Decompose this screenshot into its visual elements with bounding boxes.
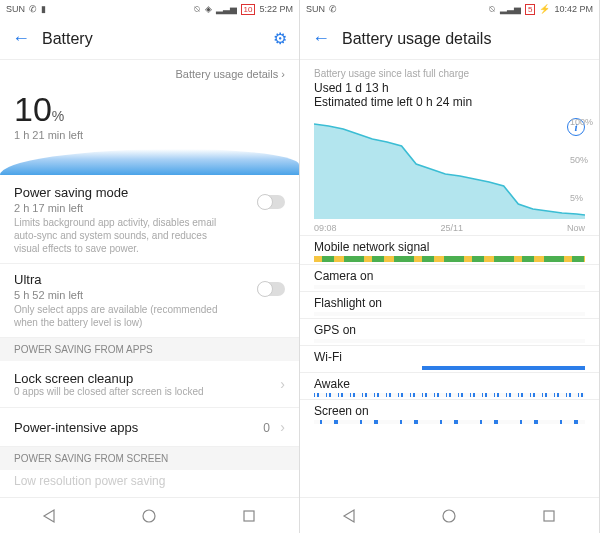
ultra-desc: Only select apps are available (recommen… — [14, 303, 234, 329]
timeline-bar — [314, 393, 585, 397]
timeline-camera[interactable]: Camera on — [300, 265, 599, 289]
lock-cleanup-title: Lock screen cleanup — [14, 371, 204, 386]
battery-details-link[interactable]: Battery usage details › — [0, 60, 299, 86]
percent-symbol: % — [52, 108, 64, 124]
ytick: 50% — [570, 155, 593, 165]
timeline-label: Flashlight on — [314, 296, 585, 310]
clock-label: 5:22 PM — [259, 4, 293, 14]
svg-point-1 — [143, 510, 155, 522]
lock-cleanup-row[interactable]: Lock screen cleanup 0 apps will be close… — [0, 361, 299, 408]
nav-bar — [300, 497, 599, 533]
status-bar: SUN ✆ ⦰ ▂▃▅ 5 ⚡ 10:42 PM — [300, 0, 599, 18]
percent-value: 10 — [14, 90, 52, 128]
time-left-label: 1 h 21 min left — [0, 129, 299, 149]
nav-home-icon[interactable] — [140, 507, 158, 525]
ultra-toggle[interactable] — [257, 282, 285, 296]
phone-icon: ✆ — [29, 4, 37, 14]
battery-pct-icon: 10 — [241, 4, 256, 15]
phone-icon: ✆ — [329, 4, 337, 14]
page-title: Battery usage details — [342, 30, 587, 48]
content-area: Battery usage details › 10% 1 h 21 min l… — [0, 60, 299, 497]
chart-x-ticks: 09:08 25/11 Now — [300, 223, 599, 233]
power-intensive-value: 0 — [263, 421, 270, 435]
timeline-label: GPS on — [314, 323, 585, 337]
battery-pct-icon: 5 — [525, 4, 535, 15]
xtick: Now — [567, 223, 585, 233]
carrier-label: SUN — [6, 4, 25, 14]
power-intensive-title: Power-intensive apps — [14, 420, 138, 435]
timeline-label: Screen on — [314, 404, 585, 418]
battery-screen: SUN ✆ ▮ ⦰ ◈ ▂▃▅ 10 5:22 PM ← Battery ⚙ B… — [0, 0, 300, 533]
timeline-mobile[interactable]: Mobile network signal — [300, 236, 599, 262]
power-saving-toggle[interactable] — [257, 195, 285, 209]
chevron-right-icon: › — [280, 376, 285, 392]
svg-marker-4 — [344, 510, 354, 522]
app-header: ← Battery ⚙ — [0, 18, 299, 60]
no-icon: ⦰ — [194, 4, 201, 15]
nav-recent-icon[interactable] — [540, 507, 558, 525]
svg-marker-3 — [314, 124, 585, 219]
usage-since-label: Battery usage since last full charge — [314, 68, 585, 79]
power-saving-sub: 2 h 17 min left — [14, 202, 285, 214]
timeline-flashlight[interactable]: Flashlight on — [300, 292, 599, 316]
section-apps-header: POWER SAVING FROM APPS — [0, 338, 299, 361]
xtick: 09:08 — [314, 223, 337, 233]
svg-point-5 — [443, 510, 455, 522]
wifi-icon: ◈ — [205, 4, 212, 14]
power-saving-title: Power saving mode — [14, 185, 285, 200]
usage-summary: Battery usage since last full charge Use… — [300, 60, 599, 113]
battery-graph-svg — [314, 119, 585, 219]
timeline-label: Mobile network signal — [314, 240, 585, 254]
section-screen-header: POWER SAVING FROM SCREEN — [0, 447, 299, 470]
timeline-bar — [314, 285, 585, 289]
signal-icon: ▂▃▅ — [216, 4, 237, 14]
power-saving-row[interactable]: Power saving mode 2 h 17 min left Limits… — [0, 177, 299, 264]
timeline-bar — [314, 420, 585, 424]
chevron-right-icon: › — [280, 419, 285, 435]
xtick: 25/11 — [440, 223, 463, 233]
power-intensive-row[interactable]: Power-intensive apps 0 › — [0, 408, 299, 447]
timeline-label: Awake — [314, 377, 585, 391]
app-header: ← Battery usage details — [300, 18, 599, 60]
page-title: Battery — [42, 30, 261, 48]
svg-rect-2 — [244, 511, 254, 521]
carrier-label: SUN — [306, 4, 325, 14]
ultra-title: Ultra — [14, 272, 285, 287]
link-label: Battery usage details — [176, 68, 279, 80]
nav-recent-icon[interactable] — [240, 507, 258, 525]
ytick: 5% — [570, 193, 593, 203]
no-icon: ⦰ — [489, 4, 496, 15]
timeline-bar — [314, 366, 585, 370]
gear-icon[interactable]: ⚙ — [273, 29, 287, 48]
truncated-row[interactable]: Low resolution power saving — [0, 470, 299, 488]
back-icon[interactable]: ← — [312, 28, 330, 49]
back-icon[interactable]: ← — [12, 28, 30, 49]
chevron-right-icon: › — [281, 68, 285, 80]
ultra-row[interactable]: Ultra 5 h 52 min left Only select apps a… — [0, 264, 299, 338]
ultra-sub: 5 h 52 min left — [14, 289, 285, 301]
timeline-wifi[interactable]: Wi-Fi — [300, 346, 599, 370]
timeline-awake[interactable]: Awake — [300, 373, 599, 397]
timeline-screen[interactable]: Screen on — [300, 400, 599, 424]
timeline-gps[interactable]: GPS on — [300, 319, 599, 343]
timeline-bar — [314, 312, 585, 316]
nav-back-icon[interactable] — [41, 507, 59, 525]
ytick: 100% — [570, 117, 593, 127]
nav-back-icon[interactable] — [341, 507, 359, 525]
charging-icon: ⚡ — [539, 4, 550, 14]
nav-home-icon[interactable] — [440, 507, 458, 525]
status-bar: SUN ✆ ▮ ⦰ ◈ ▂▃▅ 10 5:22 PM — [0, 0, 299, 18]
battery-wave-graphic — [0, 149, 299, 175]
usage-used-label: Used 1 d 13 h — [314, 81, 585, 95]
battery-chart[interactable]: 100% 50% 5% — [300, 113, 599, 223]
chart-y-ticks: 100% 50% 5% — [570, 113, 593, 213]
timeline-bar — [314, 256, 585, 262]
timeline-bar — [314, 339, 585, 343]
signal-icon: ▂▃▅ — [500, 4, 521, 14]
svg-marker-0 — [44, 510, 54, 522]
nav-bar — [0, 497, 299, 533]
clock-label: 10:42 PM — [554, 4, 593, 14]
svg-rect-6 — [544, 511, 554, 521]
battery-details-screen: SUN ✆ ⦰ ▂▃▅ 5 ⚡ 10:42 PM ← Battery usage… — [300, 0, 600, 533]
battery-percent: 10% — [0, 86, 299, 129]
